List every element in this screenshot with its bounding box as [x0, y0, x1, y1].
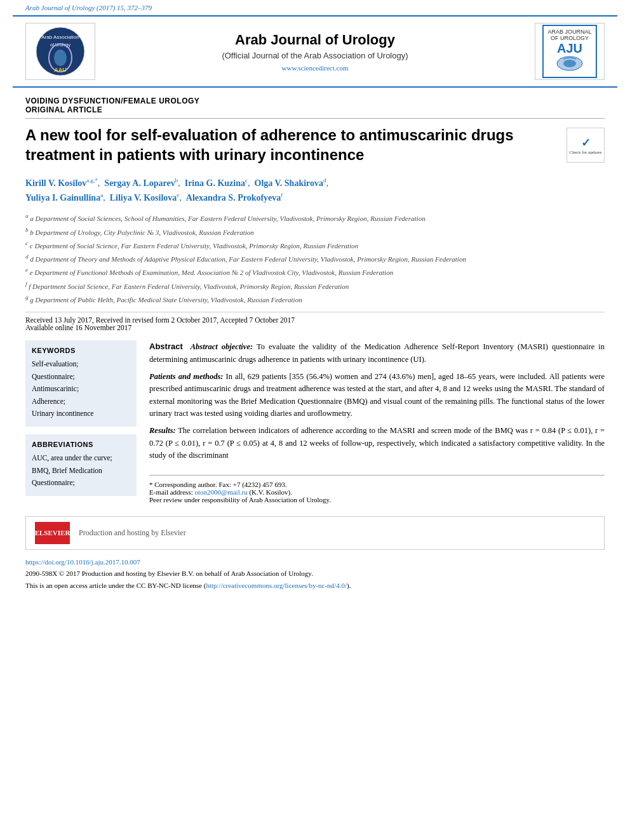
- corresponding-footer: * Corresponding author. Fax: +7 (4232) 4…: [149, 475, 605, 503]
- journal-title: Arab Journal of Urology: [102, 32, 528, 48]
- keywords-content: Self-evaluation; Questionnaire; Antimusc…: [32, 358, 130, 420]
- author-kuzina: Irina G. Kuzina: [185, 178, 245, 188]
- top-reference-bar: Arab Journal of Urology (2017) 15, 372–3…: [0, 0, 630, 15]
- journal-logo-right: ARAB JOURNAL OF UROLOGY AJU: [535, 23, 605, 80]
- article-section: VOIDING DYSFUNCTION/FEMALE UROLOGY ORIGI…: [25, 88, 605, 503]
- affiliation-g: g g Department of Public Helth, Pacific …: [25, 293, 605, 305]
- author-kosilov: Kirill V. Kosilov: [25, 178, 86, 188]
- dates-block: Received 13 July 2017, Received in revis…: [25, 312, 605, 331]
- author-loparev: Sergay A. Loparev: [104, 178, 175, 188]
- abbreviations-content: AUC, area under the curve; BMQ, Brief Me…: [32, 452, 130, 490]
- affiliation-f: f f Department Social Science, Far Easte…: [25, 279, 605, 292]
- abstract-results-label: Results:: [149, 426, 176, 435]
- article-sidebar: KEYWORDS Self-evaluation; Questionnaire;…: [25, 340, 137, 503]
- bottom-info: https://doi.org/10.1016/j.aju.2017.10.00…: [25, 556, 605, 592]
- two-column-layout: KEYWORDS Self-evaluation; Questionnaire;…: [25, 340, 605, 503]
- copyright-text: 2090-598X © 2017 Production and hosting …: [25, 568, 605, 580]
- available-date: Available online 16 November 2017: [25, 324, 605, 331]
- received-date: Received 13 July 2017, Received in revis…: [25, 316, 605, 324]
- affiliations-block: a a Department of Social Sciences, Schoo…: [25, 211, 605, 305]
- abbrev-1: AUC, area under the curve;: [32, 452, 130, 465]
- abstract-text: Abstract Abstract objective: To evaluate…: [149, 340, 605, 462]
- page-wrapper: Arab Journal of Urology (2017) 15, 372–3…: [0, 0, 630, 840]
- author-prokofyeva: Alexandra S. Prokofyeva: [186, 193, 281, 203]
- keywords-section: KEYWORDS Self-evaluation; Questionnaire;…: [25, 340, 137, 427]
- svg-point-7: [563, 60, 576, 67]
- keyword-5: Urinary incontinence: [32, 408, 130, 420]
- email-label: E-mail address:: [149, 488, 194, 496]
- affiliation-d: d d Department of Theory and Methods of …: [25, 252, 605, 265]
- abbreviations-title: ABBREVIATIONS: [32, 441, 130, 448]
- abstract-label: Abstract: [149, 342, 183, 351]
- abbreviations-section: ABBREVIATIONS AUC, area under the curve;…: [25, 434, 137, 496]
- elsevier-text: Production and hosting by Elsevier: [79, 528, 186, 538]
- crossmark-label: Check for updates: [570, 150, 602, 155]
- affiliation-a: a a Department of Social Sciences, Schoo…: [25, 211, 605, 224]
- keyword-1: Self-evaluation;: [32, 358, 130, 371]
- journal-reference: Arab Journal of Urology (2017) 15, 372–3…: [25, 4, 152, 11]
- abstract-results-text: The correlation between indicators of ad…: [149, 426, 605, 460]
- journal-header-center: Arab Journal of Urology (Official Journa…: [95, 32, 535, 72]
- svg-point-4: [54, 50, 67, 66]
- abstract-section: Abstract Abstract objective: To evaluate…: [149, 340, 605, 503]
- abstract-patients-label: Patients and methods:: [149, 372, 223, 381]
- journal-logo-left: Arab Association of Urology AAU: [25, 23, 95, 80]
- corresponding-email-line: E-mail address: oton2000@mail.ru (K.V. K…: [149, 488, 605, 496]
- crossmark-badge[interactable]: ✓ Check for updates: [566, 128, 605, 163]
- license-text: This is an open access article under the…: [25, 580, 605, 592]
- journal-header: Arab Association of Urology AAU Arab Jou…: [13, 15, 617, 88]
- affiliation-e: e e Department of Functional Methods of …: [25, 265, 605, 278]
- author-shakirova: Olga V. Shakirova: [255, 178, 324, 188]
- journal-subtitle: (Official Journal of the Arab Associatio…: [102, 51, 528, 60]
- keyword-3: Antimuscarinic;: [32, 383, 130, 396]
- journal-url[interactable]: www.sciencedirect.com: [102, 64, 528, 72]
- keywords-title: KEYWORDS: [32, 347, 130, 354]
- authors-block: Kirill V. Kosilova,g,*, Sergay A. Lopare…: [25, 176, 605, 205]
- corresponding-fax: * Corresponding author. Fax: +7 (4232) 4…: [149, 481, 605, 488]
- license-prefix: This is an open access article under the…: [25, 582, 206, 589]
- affiliation-c: c c Department of Social Science, Far Ea…: [25, 239, 605, 251]
- author-gainullina: Yuliya I. Gainullina: [25, 193, 100, 203]
- author-kosilova: Liliya V. Kosilova: [110, 193, 177, 203]
- article-title: A new tool for self-evaluation of adhere…: [25, 125, 556, 164]
- abbrev-2: BMQ, Brief Medication Questionnaire;: [32, 465, 130, 490]
- license-link[interactable]: http://creativecommons.org/licenses/by-n…: [206, 582, 347, 589]
- doi-link[interactable]: https://doi.org/10.1016/j.aju.2017.10.00…: [25, 556, 605, 568]
- category-line2: ORIGINAL ARTICLE: [25, 105, 102, 114]
- abstract-objective-label: Abstract objective:: [191, 342, 253, 351]
- keyword-2: Questionnaire;: [32, 371, 130, 383]
- svg-text:AAU: AAU: [54, 67, 67, 73]
- peer-review-note: Peer review under responsibility of Arab…: [149, 496, 605, 503]
- doi-anchor[interactable]: https://doi.org/10.1016/j.aju.2017.10.00…: [25, 558, 140, 566]
- elsevier-bar: ELSEVIER Production and hosting by Elsev…: [25, 516, 605, 550]
- keyword-4: Adherence;: [32, 396, 130, 408]
- email-link[interactable]: oton2000@mail.ru: [194, 488, 247, 496]
- article-category: VOIDING DYSFUNCTION/FEMALE UROLOGY ORIGI…: [25, 97, 605, 119]
- email-suffix: (K.V. Kosilov).: [248, 488, 292, 496]
- affiliation-b: b b Department of Urology, City Polyclin…: [25, 225, 605, 238]
- elsevier-logo: ELSEVIER: [35, 522, 70, 544]
- article-title-row: A new tool for self-evaluation of adhere…: [25, 125, 605, 164]
- crossmark-icon: ✓: [581, 136, 591, 150]
- svg-text:Arab Association: Arab Association: [41, 34, 79, 40]
- category-line1: VOIDING DYSFUNCTION/FEMALE UROLOGY: [25, 97, 199, 105]
- license-suffix: ).: [347, 582, 351, 589]
